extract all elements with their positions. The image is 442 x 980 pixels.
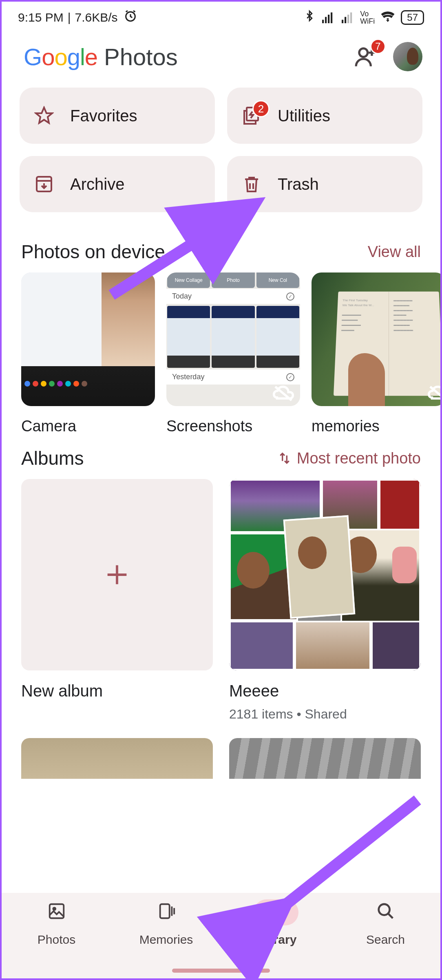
album-meeee-thumbnail — [229, 479, 421, 670]
svg-point-1 — [359, 48, 368, 57]
archive-icon — [34, 174, 54, 194]
nav-library-label: Library — [255, 933, 297, 947]
memories-folder-label: memories — [312, 406, 440, 435]
favorites-chip[interactable]: Favorites — [20, 88, 215, 144]
star-icon — [34, 106, 54, 125]
status-left: 9:15 PM | 7.6KB/s — [18, 9, 137, 26]
library-icon — [267, 902, 285, 923]
photos-icon — [47, 902, 66, 923]
screenshots-thumbnail: New CollagePhotoNew Col Today✓ Yesterday… — [166, 272, 300, 406]
app-header: Google Photos 7 — [2, 30, 440, 83]
screenshots-label: Screenshots — [166, 406, 300, 435]
trash-label: Trash — [278, 175, 319, 193]
status-time: 9:15 PM — [18, 11, 64, 24]
alarm-icon — [124, 9, 137, 26]
nav-memories-label: Memories — [139, 933, 193, 947]
albums-section-title: Albums — [21, 447, 84, 469]
new-album-label: New album — [21, 670, 213, 700]
album-peek-2[interactable] — [229, 738, 421, 779]
archive-label: Archive — [70, 175, 124, 193]
memories-icon — [157, 902, 176, 923]
status-net-speed: 7.6KB/s — [75, 11, 118, 24]
device-section-title: Photos on device — [21, 241, 165, 263]
bluetooth-icon — [304, 9, 315, 26]
account-avatar[interactable] — [393, 42, 422, 71]
utilities-chip[interactable]: 2 Utilities — [227, 88, 422, 144]
nav-search[interactable]: Search — [331, 899, 440, 978]
cloud-off-icon — [427, 385, 440, 401]
trash-icon — [242, 174, 261, 194]
app-name: Photos — [104, 43, 178, 70]
search-icon — [376, 902, 395, 923]
trash-chip[interactable]: Trash — [227, 156, 422, 212]
svg-point-7 — [53, 907, 55, 910]
wifi-icon — [380, 10, 395, 25]
camera-thumbnail — [21, 272, 155, 406]
utilities-icon: 2 — [242, 106, 261, 125]
signal-2-icon — [340, 12, 354, 23]
utilities-badge: 2 — [252, 100, 270, 117]
bottom-nav: Photos Memories Library Search — [2, 893, 440, 978]
battery-indicator: 57 — [401, 10, 424, 25]
albums-section-header: Albums Most recent photo — [2, 435, 440, 479]
new-album-tile — [21, 479, 213, 670]
album-meeee-subtitle: 2181 items • Shared — [229, 700, 421, 722]
album-meeee[interactable]: Meeee 2181 items • Shared — [229, 479, 421, 722]
sharing-button[interactable]: 7 — [354, 45, 379, 68]
device-folder-memories[interactable]: The First TuesdayWe Talk About the W...▬… — [312, 272, 440, 435]
nav-photos-label: Photos — [38, 933, 75, 947]
utilities-label: Utilities — [278, 107, 330, 125]
album-meeee-title: Meeee — [229, 670, 421, 700]
home-indicator[interactable] — [172, 969, 270, 973]
new-album-card[interactable]: New album — [21, 479, 213, 722]
album-peek-1[interactable] — [21, 738, 213, 779]
more-albums-row[interactable] — [2, 738, 440, 779]
sharing-badge: 7 — [370, 39, 386, 54]
app-title: Google Photos — [24, 43, 178, 70]
vowifi-label: Vo WiFi — [360, 10, 375, 25]
memories-thumbnail: The First TuesdayWe Talk About the W...▬… — [312, 272, 440, 406]
status-right: Vo WiFi 57 — [304, 9, 424, 26]
nav-photos[interactable]: Photos — [2, 899, 111, 978]
cloud-off-icon — [272, 385, 294, 401]
albums-sort-button[interactable]: Most recent photo — [278, 450, 421, 467]
nav-search-label: Search — [366, 933, 405, 947]
status-separator: | — [68, 11, 71, 24]
archive-chip[interactable]: Archive — [20, 156, 215, 212]
view-all-button[interactable]: View all — [368, 243, 421, 261]
camera-label: Camera — [21, 406, 155, 435]
favorites-label: Favorites — [70, 107, 137, 125]
device-folder-screenshots[interactable]: New CollagePhotoNew Col Today✓ Yesterday… — [166, 272, 300, 435]
svg-rect-6 — [49, 904, 64, 918]
svg-rect-8 — [160, 904, 169, 918]
device-folders-row[interactable]: Camera New CollagePhotoNew Col Today✓ Ye… — [2, 272, 440, 435]
svg-point-9 — [378, 904, 389, 915]
category-grid: Favorites 2 Utilities Archive Trash — [2, 83, 440, 229]
status-bar: 9:15 PM | 7.6KB/s Vo WiFi 57 — [2, 2, 440, 30]
signal-1-icon — [321, 12, 335, 23]
nav-memories[interactable]: Memories — [111, 899, 221, 978]
albums-grid: New album Meeee 2181 items • Shared — [2, 479, 440, 738]
device-section-header: Photos on device View all — [2, 229, 440, 272]
device-folder-camera[interactable]: Camera — [21, 272, 155, 435]
nav-library[interactable]: Library — [221, 899, 331, 978]
